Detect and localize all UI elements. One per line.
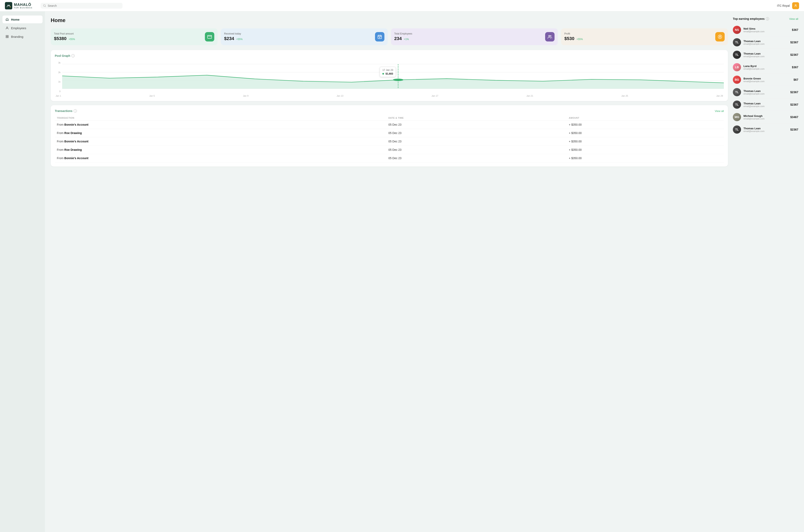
svg-point-3 <box>6 27 8 28</box>
transaction-row: From Bonnie's Account 05 Dec 23 + $350.0… <box>55 154 724 163</box>
col-amount: Amount <box>567 115 724 120</box>
pool-graph-chart-area: 3k 2k 1k 0 <box>55 61 724 93</box>
employee-avatar: TL <box>733 88 741 96</box>
card-total-pool-label: Total Pool amount <box>54 32 75 35</box>
pool-graph-info-icon[interactable]: i <box>71 54 75 57</box>
x-label-jan9: Jan 9 <box>243 95 249 97</box>
employee-name: Bonnie Green <box>744 77 791 80</box>
card-total-employees-value: 234 <box>394 36 402 41</box>
employee-avatar: MG <box>733 113 741 121</box>
pool-graph-title: Pool Graph <box>55 54 70 57</box>
card-total-pool: Total Pool amount $5380 +55% <box>51 28 218 45</box>
top-earning-title: Top earning employees <box>733 17 765 20</box>
y-label-0: 0 <box>55 90 60 93</box>
employee-email: email@example.com <box>744 30 789 33</box>
card-total-pool-icon-wrap <box>205 32 214 41</box>
transactions-header: Transactions i View all <box>55 109 724 113</box>
transaction-date: 05 Dec 23 <box>386 146 567 154</box>
top-earning-title-row: Top earning employees i <box>733 17 769 20</box>
employee-info: Thomas Lean email@example.com <box>744 40 788 45</box>
logo-name: MAHALŌ <box>14 3 33 7</box>
card-profit-info: Profit $530 +55% <box>564 32 583 41</box>
transactions-info-icon[interactable]: i <box>74 109 77 113</box>
card-total-employees: Total Employees 234 +1% <box>391 28 558 45</box>
employee-name: Thomas Lean <box>744 90 788 93</box>
card-total-employees-label: Total Employees <box>394 32 412 35</box>
top-navigation: MAHALŌ FOR BUSINESS ITC Royal <box>0 0 804 12</box>
card-profit: Profit $530 +55% <box>561 28 728 45</box>
transaction-amount: + $350.00 <box>567 154 724 163</box>
employee-avatar: TL <box>733 126 741 134</box>
card-profit-value-row: $530 +55% <box>564 36 583 41</box>
transaction-amount: + $350.00 <box>567 129 724 137</box>
user-icon <box>5 26 9 30</box>
x-label-jan5: Jan 5 <box>149 95 155 97</box>
card-total-pool-info: Total Pool amount $5380 +55% <box>54 32 75 41</box>
dollar-icon <box>717 34 723 39</box>
transaction-date: 05 Dec 23 <box>386 120 567 129</box>
employee-name: Micheal Gough <box>744 114 788 117</box>
employee-amount: $2367 <box>790 91 798 94</box>
sidebar-item-home[interactable]: Home <box>2 16 42 23</box>
svg-rect-6 <box>6 37 7 38</box>
sidebar-item-employees[interactable]: Employees <box>2 24 42 32</box>
x-label-jan17: Jan 17 <box>432 95 438 97</box>
employee-name: Neil Sims <box>744 27 789 30</box>
card-received-today: Received today $234 +55% <box>221 28 388 45</box>
sidebar-item-branding[interactable]: Branding <box>2 33 42 40</box>
employee-row: TL Thomas Lean email@example.com $2367 <box>733 98 798 111</box>
employee-email: email@example.com <box>744 130 788 132</box>
user-avatar[interactable] <box>792 2 799 9</box>
col-datetime: Date & Time <box>386 115 567 120</box>
card-total-employees-info: Total Employees 234 +1% <box>394 32 412 41</box>
employee-name: Thomas Lean <box>744 102 788 105</box>
transaction-date: 05 Dec 23 <box>386 154 567 163</box>
employee-info: Thomas Lean email@example.com <box>744 102 788 108</box>
pool-graph-header: Pool Graph i <box>55 54 724 57</box>
sidebar-label-home: Home <box>11 18 20 21</box>
employee-info: Thomas Lean email@example.com <box>744 90 788 95</box>
nav-right: ITC Royal <box>777 2 799 9</box>
employee-amount: $367 <box>792 65 798 69</box>
transaction-row: From Roe Drawing 05 Dec 23 + $350.00 <box>55 129 724 137</box>
app-layout: Home Employees Branding <box>0 12 804 532</box>
card-total-employees-icon-wrap <box>545 32 554 41</box>
main-left-panel: Home Total Pool amount $5380 +55% <box>51 17 728 526</box>
svg-point-10 <box>549 35 550 37</box>
x-label-jan1: Jan 1 <box>56 95 61 97</box>
employee-amount: $67 <box>793 78 798 81</box>
x-label-jan25: Jan 25 <box>621 95 628 97</box>
transaction-date: 05 Dec 23 <box>386 129 567 137</box>
transaction-amount: + $350.00 <box>567 120 724 129</box>
card-received-today-value: $234 <box>224 36 234 41</box>
transactions-thead: Transaction Date & Time Amount <box>55 115 724 120</box>
card-total-employees-change: +1% <box>404 38 409 41</box>
main-content: Home Total Pool amount $5380 +55% <box>45 12 804 532</box>
logo: MAHALŌ FOR BUSINESS <box>5 2 33 10</box>
employee-avatar: BG <box>733 76 741 84</box>
employee-amount: $2367 <box>790 128 798 131</box>
top-earning-info-icon[interactable]: i <box>766 17 769 20</box>
employee-avatar: TL <box>733 38 741 46</box>
x-label-jan13: Jan 13 <box>336 95 343 97</box>
search-input[interactable] <box>48 4 120 7</box>
card-received-today-label: Received today <box>224 32 242 35</box>
svg-rect-5 <box>7 35 8 36</box>
employee-info: Thomas Lean email@example.com <box>744 127 788 132</box>
home-icon <box>5 18 9 21</box>
summary-cards: Total Pool amount $5380 +55% <box>51 28 728 45</box>
calendar-icon <box>377 34 382 39</box>
employee-name: Thomas Lean <box>744 40 788 43</box>
employee-name: Thomas Lean <box>744 127 788 130</box>
x-label-jan29: Jan 29 <box>716 95 723 97</box>
employee-row: LB Lana Byrd email@example.com $367 <box>733 61 798 74</box>
card-total-employees-value-row: 234 +1% <box>394 36 412 41</box>
transaction-account: From Bonnie's Account <box>55 120 386 129</box>
transactions-tbody: From Bonnie's Account 05 Dec 23 + $350.0… <box>55 120 724 163</box>
top-earning-view-all[interactable]: View all <box>789 17 798 20</box>
transactions-view-all[interactable]: View all <box>715 110 724 113</box>
search-box[interactable] <box>41 3 123 8</box>
y-axis-labels: 3k 2k 1k 0 <box>55 61 60 93</box>
employee-email: email@example.com <box>744 80 791 82</box>
card-total-pool-change: +55% <box>69 38 75 41</box>
